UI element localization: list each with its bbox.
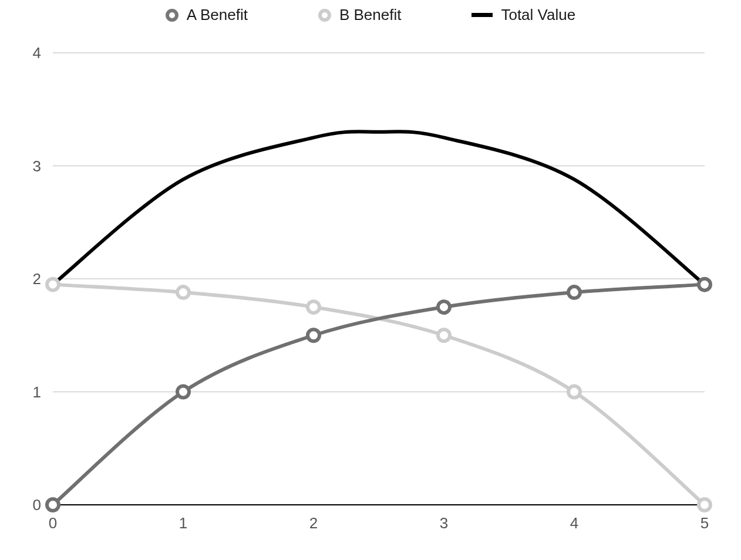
- data-marker: [47, 499, 59, 511]
- data-marker: [177, 286, 189, 298]
- x-tick-label: 1: [179, 514, 187, 532]
- data-marker: [177, 386, 189, 398]
- x-tick-label: 5: [700, 514, 709, 532]
- legend-item-a: A Benefit: [166, 6, 248, 24]
- y-tick-label: 2: [33, 270, 41, 288]
- legend-item-total: Total Value: [471, 6, 575, 24]
- x-tick-label: 0: [49, 514, 57, 532]
- circle-marker-icon: [318, 9, 331, 22]
- legend-item-b: B Benefit: [318, 6, 402, 24]
- chart-plot: 01234012345: [18, 35, 722, 546]
- data-marker: [308, 329, 319, 341]
- y-tick-label: 3: [33, 157, 41, 175]
- x-tick-label: 4: [570, 514, 578, 532]
- series-line: [53, 285, 705, 505]
- data-marker: [438, 329, 450, 341]
- data-marker: [568, 286, 580, 298]
- data-marker: [308, 301, 319, 313]
- data-marker: [568, 386, 580, 398]
- data-marker: [47, 279, 59, 291]
- y-tick-label: 0: [33, 496, 41, 514]
- data-marker: [699, 279, 710, 291]
- data-marker: [438, 301, 450, 313]
- circle-marker-icon: [166, 9, 178, 22]
- legend: A Benefit B Benefit Total Value: [0, 6, 741, 24]
- y-tick-label: 1: [33, 383, 41, 401]
- line-swatch-icon: [471, 13, 493, 17]
- chart-container: A Benefit B Benefit Total Value 01234012…: [0, 0, 741, 560]
- legend-label: B Benefit: [339, 6, 402, 24]
- x-tick-label: 2: [309, 514, 318, 532]
- series-line: [53, 131, 705, 284]
- x-tick-label: 3: [440, 514, 448, 532]
- y-tick-label: 4: [33, 44, 41, 62]
- data-marker: [699, 499, 710, 511]
- legend-label: Total Value: [501, 6, 575, 24]
- legend-label: A Benefit: [187, 6, 248, 24]
